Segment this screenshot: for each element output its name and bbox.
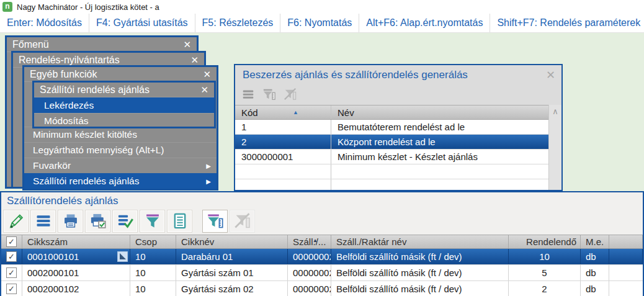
cell-edit-marker-icon — [117, 251, 128, 262]
close-icon[interactable]: ✕ — [183, 40, 191, 49]
menu-window-szallitoi-rendeles-ajanlas: Szállítói rendelés ajánlás ✕ Lekérdezés … — [32, 81, 216, 128]
fomenu-title: Főmenü — [12, 39, 49, 50]
window-titlebar: n Nagy Machinátor - Új logisztika kötet … — [0, 0, 644, 14]
panel-title: Szállítórendelés ajánlás — [1, 192, 643, 209]
report-icon[interactable] — [167, 210, 192, 233]
menubar-item-nyomtatas[interactable]: F6: Nyomtatás — [280, 14, 359, 32]
filter-clear-icon — [284, 87, 297, 101]
filter-settings-icon — [262, 87, 276, 101]
print-selected-icon[interactable] — [85, 210, 110, 233]
table-row-selected[interactable]: ✓ 0001000101 10 Darabáru 01 00000002 Bel… — [1, 249, 643, 265]
panel-table-header[interactable]: ✓ Cikkszám Csop Cikknév Száll./... ▲ Szá… — [1, 235, 643, 249]
column-header-szall-raktar-nev[interactable]: Száll./Raktár név — [331, 235, 509, 248]
list-check-icon[interactable] — [112, 210, 138, 233]
menubar-item-gyartasi-utasitas[interactable]: F4: Gyártási utasítás — [89, 14, 195, 32]
menu-item-legyarthato[interactable]: Legyártható mennyiség (Alt+L) — [24, 142, 217, 158]
submenu-arrow-icon: ▶ — [206, 158, 211, 174]
filter-clear-icon — [230, 210, 255, 233]
table-row-empty — [235, 179, 561, 191]
menu-item-modositas[interactable]: Módosítás — [34, 113, 214, 128]
table-row[interactable]: 1 Bemutatóterem rendelést ad le — [235, 120, 561, 135]
column-header-szall[interactable]: Száll./... ▲ — [288, 235, 331, 248]
egyeb-title: Egyéb funkciók — [30, 69, 97, 80]
row-checkbox[interactable]: ✓ — [6, 251, 17, 262]
dialog-table: Kód ▲ Név 1 Bemutatóterem rendelést ad l… — [235, 105, 561, 191]
table-row-empty — [235, 164, 561, 179]
sort-asc-icon: ▲ — [293, 105, 298, 119]
row-checkbox[interactable]: ✓ — [6, 284, 17, 294]
panel-szallitorendeles-ajanlas: Szállítórendelés ajánlás — [0, 191, 644, 296]
menu-item-fuvarkor[interactable]: Fuvarkör ▶ — [24, 158, 217, 173]
dialog-toolbar — [235, 85, 561, 104]
column-header-extra — [609, 235, 643, 248]
menubar-item-rendeles-parameterek[interactable]: Shift+F7: Rendelés paraméterek — [490, 14, 644, 32]
select-all-checkbox[interactable]: ✓ — [6, 236, 17, 247]
column-header-csop[interactable]: Csop — [130, 235, 176, 248]
egyeb-titlebar: Egyéb funkciók ✕ — [24, 67, 217, 82]
szallitoi-titlebar: Szállítói rendelés ajánlás ✕ — [34, 83, 214, 97]
function-menubar: Enter: Módosítás F4: Gyártási utasítás F… — [0, 14, 644, 33]
menubar-item-alap-ert-nyomtatas[interactable]: Alt+F6: Alap.ért.nyomtatás — [359, 14, 490, 32]
vertical-scrollbar[interactable]: ∧ — [548, 105, 561, 191]
close-icon[interactable]: ✕ — [200, 85, 208, 94]
sort-asc-icon: ▲ — [313, 235, 318, 248]
edit-pencil-icon[interactable] — [3, 210, 29, 233]
scroll-up-icon[interactable]: ∧ — [549, 105, 561, 119]
column-header-rendelendo[interactable]: Rendelendő — [509, 235, 581, 248]
menu-list-icon[interactable] — [30, 210, 56, 233]
menubar-item-reszletezes[interactable]: F5: Részletezés — [195, 14, 281, 32]
column-header-cikkszam[interactable]: Cikkszám — [22, 235, 130, 248]
fomenu-titlebar: Főmenü ✕ — [7, 37, 197, 52]
menubar-item-modositas[interactable]: Enter: Módosítás — [0, 14, 89, 32]
szallitoi-title: Szállítói rendelés ajánlás — [40, 84, 150, 96]
table-row[interactable]: ✓ 0002000102 10 Gyártási szám 02 0000000… — [1, 281, 643, 296]
table-row[interactable]: 3000000001 Minimum készlet - Készlet ajá… — [235, 150, 561, 164]
window-title: Nagy Machinátor - Új logisztika kötet - … — [17, 2, 159, 12]
print-icon[interactable] — [58, 210, 83, 233]
column-header-cikknev[interactable]: Cikknév — [176, 235, 288, 248]
panel-table: ✓ Cikkszám Csop Cikknév Száll./... ▲ Szá… — [1, 235, 643, 296]
filter-icon[interactable] — [140, 210, 165, 233]
dialog-title: Beszerzés ajánlás és szállítórendelés ge… — [243, 69, 468, 81]
menu-item-szallitoi-rendeles-ajanlas[interactable]: Szállítói rendelés ajánlás ▶ — [24, 173, 217, 189]
dialog-table-header[interactable]: Kód ▲ Név — [235, 105, 561, 120]
close-icon[interactable]: ✕ — [203, 70, 211, 79]
app-icon: n — [2, 2, 12, 12]
column-header-kod[interactable]: Kód ▲ — [235, 105, 331, 119]
close-icon[interactable]: ✕ — [190, 55, 199, 65]
close-icon[interactable]: ✕ — [546, 68, 555, 82]
table-row-selected[interactable]: 2 Központ rendelést ad le — [235, 135, 561, 150]
menu-item-minimum-keszlet[interactable]: Minimum készlet kitöltés — [24, 127, 217, 142]
submenu-arrow-icon: ▶ — [206, 174, 211, 189]
menu-list-icon[interactable] — [241, 87, 255, 101]
column-header-nev[interactable]: Név — [331, 105, 548, 119]
column-header-select-all[interactable]: ✓ — [1, 235, 22, 248]
row-checkbox[interactable]: ✓ — [6, 267, 17, 278]
dialog-titlebar: Beszerzés ajánlás és szállítórendelés ge… — [235, 65, 561, 85]
panel-toolbar — [1, 209, 643, 233]
rendeles-title: Rendelés-nyilvántartás — [19, 55, 120, 66]
menu-item-lekerdezes[interactable]: Lekérdezés — [34, 97, 214, 113]
column-header-me[interactable]: M.e. — [581, 235, 609, 248]
table-row[interactable]: ✓ 0002000101 10 Gyártási szám 01 0000000… — [1, 265, 643, 281]
filter-settings-icon[interactable] — [202, 210, 228, 233]
dialog-beszerzes-ajanlas: Beszerzés ajánlás és szállítórendelés ge… — [234, 64, 563, 191]
